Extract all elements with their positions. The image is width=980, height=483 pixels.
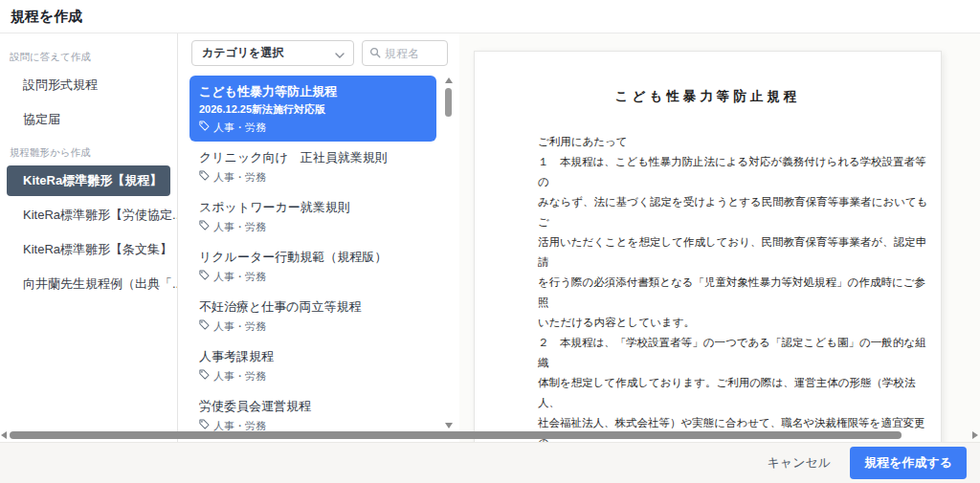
- scroll-left-icon[interactable]: [1, 431, 7, 439]
- list-item-title: 労使委員会運営規程: [199, 399, 427, 414]
- tag-icon: [199, 270, 210, 283]
- list-item-subtitle: 2026.12.25新法施行対応版: [199, 103, 427, 116]
- list-item-title: 不妊治療と仕事の両立等規程: [199, 299, 427, 315]
- list-item[interactable]: 不妊治療と仕事の両立等規程 人事・労務: [189, 291, 436, 340]
- scroll-down-icon[interactable]: [445, 423, 453, 428]
- list-item[interactable]: リクルーター行動規範（規程版） 人事・労務: [189, 241, 436, 291]
- tag-icon: [199, 369, 210, 383]
- page-title: 規程を作成: [11, 8, 82, 26]
- chevron-down-icon: [335, 45, 345, 62]
- list-item[interactable]: 契約社員賃金規程 人事・労務: [189, 440, 436, 442]
- sidebar: 設問に答えて作成 設問形式規程 協定届 規程雛形から作成 KiteRa標準雛形【…: [0, 33, 178, 442]
- document-title: こども性暴力等防止規程: [482, 86, 933, 106]
- sidebar-section-label-template: 規程雛形から作成: [0, 137, 177, 164]
- tag-icon: [199, 170, 210, 184]
- list-item-title: スポットワーカー就業規則: [199, 200, 427, 215]
- template-list-column: カテゴリを選択 こども性暴力等防止規程 2026.12.25新法施行対応版 人事…: [178, 33, 459, 442]
- list-item-tag: 人事・労務: [213, 320, 266, 333]
- list-scrollbar-thumb[interactable]: [445, 88, 452, 117]
- sidebar-item-kitera-standard-kitei[interactable]: KiteRa標準雛形【規程】: [7, 165, 170, 196]
- list-item-tag: 人事・労務: [213, 171, 266, 184]
- list-item-title: クリニック向け 正社員就業規則: [199, 150, 427, 165]
- sidebar-item-agreement-form[interactable]: 協定届: [0, 102, 177, 137]
- list-item[interactable]: こども性暴力等防止規程 2026.12.25新法施行対応版 人事・労務: [189, 76, 436, 142]
- list-item-title: 人事考課規程: [199, 349, 427, 364]
- list-scrollbar: [443, 77, 455, 428]
- tag-icon: [199, 121, 210, 134]
- list-item-title: こども性暴力等防止規程: [199, 84, 427, 99]
- list-item-tag: 人事・労務: [213, 221, 266, 233]
- tag-icon: [199, 319, 210, 333]
- horizontal-scrollbar: [0, 430, 980, 440]
- footer-bar: キャンセル 規程を作成する: [0, 442, 980, 483]
- sidebar-item-mukai-example[interactable]: 向井蘭先生規程例（出典「...: [0, 267, 177, 301]
- page-header: 規程を作成: [0, 0, 980, 33]
- list-item[interactable]: クリニック向け 正社員就業規則 人事・労務: [189, 142, 436, 191]
- tag-icon: [199, 220, 210, 233]
- list-item-tag: 人事・労務: [213, 271, 266, 283]
- document-preview-panel: こども性暴力等防止規程 ご利用にあたって １ 本規程は、こども性暴力防止法による…: [459, 33, 980, 442]
- sidebar-item-question-format[interactable]: 設問形式規程: [0, 68, 177, 102]
- sidebar-item-kitera-standard-roushi[interactable]: KiteRa標準雛形【労使協定...: [0, 198, 177, 232]
- scroll-up-icon[interactable]: [445, 77, 453, 83]
- cancel-button[interactable]: キャンセル: [768, 454, 832, 472]
- list-item-tag: 人事・労務: [213, 370, 266, 383]
- document-preview-page: こども性暴力等防止規程 ご利用にあたって １ 本規程は、こども性暴力防止法による…: [474, 51, 942, 442]
- sidebar-section-label-question: 設問に答えて作成: [0, 41, 177, 68]
- search-input[interactable]: [385, 47, 440, 60]
- scroll-right-icon[interactable]: [972, 431, 978, 439]
- document-notes: １ 本規程は、こども性暴力防止法による対応が義務付けられる学校設置者等の みなら…: [538, 152, 933, 442]
- list-item[interactable]: スポットワーカー就業規則 人事・労務: [189, 191, 436, 241]
- main-area: 設問に答えて作成 設問形式規程 協定届 規程雛形から作成 KiteRa標準雛形【…: [0, 33, 980, 442]
- document-intro-heading: ご利用にあたって: [538, 132, 933, 152]
- category-select-value: カテゴリを選択: [202, 45, 283, 61]
- template-list: こども性暴力等防止規程 2026.12.25新法施行対応版 人事・労務 クリニッ…: [178, 73, 459, 442]
- sidebar-item-kitera-standard-joubun[interactable]: KiteRa標準雛形【条文集】: [0, 232, 177, 267]
- list-item[interactable]: 人事考課規程 人事・労務: [189, 340, 436, 390]
- list-item-title: リクルーター行動規範（規程版）: [199, 250, 427, 265]
- list-controls: カテゴリを選択: [178, 40, 459, 66]
- category-select[interactable]: カテゴリを選択: [191, 40, 354, 66]
- horizontal-scrollbar-thumb[interactable]: [10, 431, 902, 439]
- search-field: [362, 40, 448, 66]
- search-icon: [369, 45, 381, 62]
- create-regulation-button[interactable]: 規程を作成する: [850, 447, 967, 479]
- list-item-tag: 人事・労務: [213, 121, 266, 134]
- document-intro-block: ご利用にあたって １ 本規程は、こども性暴力防止法による対応が義務付けられる学校…: [538, 132, 933, 442]
